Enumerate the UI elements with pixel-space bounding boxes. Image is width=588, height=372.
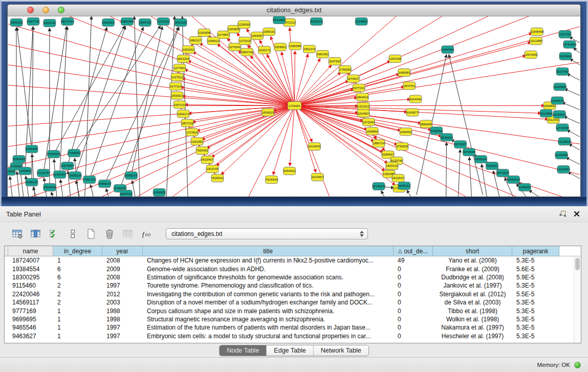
cell-year[interactable]: 1997	[102, 324, 143, 331]
cell-out_degree[interactable]: 0	[394, 282, 433, 289]
new-document-icon[interactable]	[84, 227, 98, 241]
network-node[interactable]: 1745083	[339, 65, 351, 73]
network-node[interactable]: 1966191	[263, 28, 275, 35]
network-node[interactable]: 10975887	[60, 162, 74, 170]
network-node[interactable]: 1934009	[43, 184, 56, 191]
network-node[interactable]: 1572102	[157, 17, 169, 25]
network-node[interactable]: 9245652	[518, 184, 531, 191]
network-node[interactable]: 8471626	[496, 169, 509, 177]
select-rows-icon[interactable]	[47, 227, 61, 241]
network-node[interactable]: 2522547	[392, 174, 404, 182]
cell-name[interactable]: 22420046	[8, 291, 53, 298]
table-selector[interactable]: citations_edges.txt	[166, 228, 368, 239]
cell-year[interactable]: 1998	[102, 316, 143, 323]
network-node[interactable]: 9329966	[559, 52, 572, 60]
network-node[interactable]: 1277841	[173, 64, 186, 72]
network-node[interactable]: 12093582	[553, 83, 567, 91]
network-node[interactable]: 1674527	[347, 75, 359, 82]
column-header-out_degree[interactable]: △out_de...	[394, 246, 433, 256]
column-header-name[interactable]: name	[8, 246, 53, 256]
network-node[interactable]: 15136141	[372, 183, 386, 190]
table-row[interactable]: 2242004622012Investigating the contribut…	[5, 290, 574, 298]
network-node[interactable]: 7625404	[266, 176, 278, 184]
cell-out_degree[interactable]: 0	[394, 308, 433, 315]
network-node[interactable]: 16958107	[98, 180, 112, 188]
network-node[interactable]: 17359934	[67, 149, 81, 157]
network-node[interactable]: 12142757	[37, 169, 51, 177]
cell-name[interactable]: 9699695	[8, 316, 53, 323]
cell-pagerank[interactable]: 5.3E-5	[512, 299, 559, 306]
network-node[interactable]: 10654112	[507, 176, 520, 184]
network-node[interactable]: 1677314	[169, 82, 182, 90]
network-node[interactable]: 1485083	[398, 69, 410, 76]
table-row[interactable]: 969969511998Structural magnetic resonanc…	[5, 315, 574, 323]
tab-edge-table[interactable]: Edge Table	[267, 345, 313, 356]
table-row[interactable]: 1456911722003Disruption of a novel membe…	[5, 298, 574, 307]
cell-short[interactable]: Hescheler et al. (1997)	[433, 333, 512, 340]
cell-short[interactable]: Stergiakouli et al. (2012)	[433, 291, 512, 298]
network-node[interactable]: 1217332	[559, 30, 571, 38]
network-node[interactable]: 11015450	[555, 151, 569, 159]
cell-in_degree[interactable]: 1	[53, 257, 102, 264]
tab-node-table[interactable]: Node Table	[220, 345, 267, 356]
cell-out_degree[interactable]: 0	[394, 333, 433, 340]
cell-out_degree[interactable]: 0	[394, 274, 433, 281]
network-node[interactable]: 7525402	[196, 147, 208, 155]
cell-year[interactable]: 1998	[102, 308, 143, 315]
network-node[interactable]: 1977151	[353, 84, 365, 92]
network-node[interactable]: 2204907	[357, 110, 369, 117]
table-row[interactable]: 1830029562008Estimation of significance …	[5, 273, 574, 281]
network-node[interactable]: 12973493	[524, 51, 538, 58]
cell-in_degree[interactable]: 1	[53, 316, 102, 323]
table-row[interactable]: 911546021997Tourette syndrome. Phenomeno…	[5, 281, 574, 290]
cell-title[interactable]: Corpus callosum shape and size in male p…	[143, 308, 394, 315]
cell-out_degree[interactable]: 0	[394, 291, 433, 298]
network-node[interactable]: 2526055	[26, 145, 38, 153]
network-node[interactable]: 1154850	[355, 17, 367, 25]
cell-in_degree[interactable]: 1	[53, 308, 102, 315]
network-node[interactable]: 12223461	[557, 166, 571, 173]
network-node[interactable]: 1192450	[191, 138, 203, 145]
cell-name[interactable]: 9115460	[8, 282, 53, 289]
network-node[interactable]: 11548498	[530, 28, 544, 35]
network-node[interactable]: 12444176	[551, 97, 564, 104]
network-node[interactable]: 1664784	[442, 46, 454, 53]
network-node[interactable]: 12213987	[529, 37, 543, 45]
network-node[interactable]: 1907741	[27, 17, 39, 25]
network-node[interactable]: 1559821	[274, 43, 287, 51]
cell-title[interactable]: Tourette syndrome. Phenomenology and cla…	[143, 282, 394, 289]
network-node[interactable]: 13129920	[558, 138, 572, 145]
network-node[interactable]: 2181512	[182, 46, 194, 53]
cell-pagerank[interactable]: 5.3E-5	[512, 333, 559, 340]
network-node[interactable]: 9234605	[153, 189, 165, 196]
network-node[interactable]: 16210643	[553, 111, 567, 118]
network-node[interactable]: 2047563	[329, 57, 341, 65]
cell-in_degree[interactable]: 1	[53, 333, 102, 340]
cell-pagerank[interactable]: 5.6E-5	[512, 266, 559, 273]
cell-name[interactable]: 19384554	[8, 266, 53, 273]
network-node[interactable]: 1815132	[386, 162, 398, 170]
cell-pagerank[interactable]: 5.5E-5	[512, 291, 559, 298]
network-node[interactable]: 2001110	[175, 18, 187, 26]
cell-out_degree[interactable]: 0	[394, 316, 433, 323]
table-row[interactable]: 977716911998Corpus callosum shape and si…	[5, 307, 574, 315]
cell-name[interactable]: 9463627	[8, 333, 53, 340]
network-node[interactable]: 1895720	[139, 18, 151, 26]
network-node[interactable]: 1910612	[102, 18, 115, 26]
network-node[interactable]: 1965492	[400, 128, 412, 136]
cell-name[interactable]: 9777169	[8, 308, 53, 315]
cell-year[interactable]: 1997	[102, 282, 143, 289]
cell-year[interactable]: 2003	[102, 299, 143, 306]
cell-in_degree[interactable]: 1	[53, 324, 102, 331]
float-panel-icon[interactable]	[557, 209, 568, 219]
table-row[interactable]: 1872400712008Changes of HCN gene express…	[5, 256, 574, 265]
cell-name[interactable]: 18300295	[8, 274, 53, 281]
network-node[interactable]: 1068860	[366, 127, 378, 135]
cell-year[interactable]: 2008	[102, 257, 143, 264]
network-node[interactable]: 2166033	[13, 156, 25, 163]
cell-in_degree[interactable]: 6	[53, 266, 102, 273]
function-builder-icon[interactable]: f (x)	[139, 227, 153, 241]
network-node[interactable]: 9756928	[396, 143, 408, 150]
delete-icon[interactable]	[102, 227, 116, 241]
network-node[interactable]: 2069145	[26, 179, 38, 186]
